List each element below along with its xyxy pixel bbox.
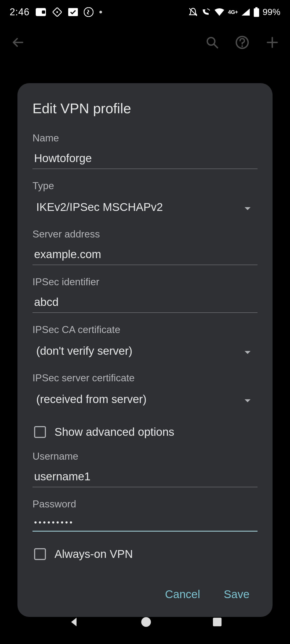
chevron-down-icon bbox=[244, 201, 251, 214]
username-field: Username bbox=[32, 451, 258, 487]
server-field: Server address bbox=[32, 229, 258, 265]
chevron-down-icon bbox=[244, 393, 251, 406]
always-on-row[interactable]: Always-on VPN bbox=[32, 543, 258, 565]
always-on-checkbox[interactable] bbox=[34, 548, 46, 560]
dialog-backdrop: Edit VPN profile Name Type IKEv2/IPSec M… bbox=[0, 0, 290, 644]
ipsec-server-cert-value: (received from server) bbox=[36, 393, 147, 406]
password-label: Password bbox=[32, 499, 258, 510]
ipsec-ca-label: IPSec CA certificate bbox=[32, 324, 258, 335]
nav-recents-button[interactable] bbox=[212, 617, 223, 628]
chevron-down-icon bbox=[244, 345, 251, 357]
ipsec-ca-select[interactable]: (don't verify server) bbox=[32, 342, 258, 361]
ipsec-ca-field: IPSec CA certificate (don't verify serve… bbox=[32, 324, 258, 361]
password-field: Password bbox=[32, 499, 258, 532]
edit-vpn-dialog: Edit VPN profile Name Type IKEv2/IPSec M… bbox=[17, 83, 273, 617]
svg-point-15 bbox=[141, 617, 151, 627]
nav-back-button[interactable] bbox=[67, 616, 80, 630]
ipsec-id-label: IPSec identifier bbox=[32, 276, 258, 288]
show-advanced-label: Show advanced options bbox=[55, 426, 174, 438]
ipsec-server-cert-field: IPSec server certificate (received from … bbox=[32, 372, 258, 409]
svg-rect-16 bbox=[213, 618, 222, 626]
ipsec-ca-value: (don't verify server) bbox=[36, 345, 132, 357]
dialog-title: Edit VPN profile bbox=[32, 100, 258, 116]
ipsec-server-cert-select[interactable]: (received from server) bbox=[32, 390, 258, 409]
password-input[interactable] bbox=[32, 516, 258, 532]
name-input[interactable] bbox=[32, 150, 258, 169]
ipsec-id-field: IPSec identifier bbox=[32, 276, 258, 313]
name-field: Name bbox=[32, 133, 258, 169]
show-advanced-row[interactable]: Show advanced options bbox=[32, 421, 258, 443]
always-on-label: Always-on VPN bbox=[55, 548, 133, 561]
type-label: Type bbox=[32, 180, 258, 192]
type-value: IKEv2/IPSec MSCHAPv2 bbox=[36, 201, 163, 214]
server-input[interactable] bbox=[32, 246, 258, 265]
show-advanced-checkbox[interactable] bbox=[34, 426, 46, 438]
ipsec-id-input[interactable] bbox=[32, 294, 258, 313]
dialog-actions: Cancel Save bbox=[32, 573, 258, 604]
ipsec-server-cert-label: IPSec server certificate bbox=[32, 372, 258, 384]
username-input[interactable] bbox=[32, 469, 258, 487]
type-field: Type IKEv2/IPSec MSCHAPv2 bbox=[32, 180, 258, 217]
type-select[interactable]: IKEv2/IPSec MSCHAPv2 bbox=[32, 198, 258, 217]
nav-home-button[interactable] bbox=[140, 616, 152, 629]
name-label: Name bbox=[32, 133, 258, 144]
server-label: Server address bbox=[32, 229, 258, 240]
username-label: Username bbox=[32, 451, 258, 462]
navigation-bar bbox=[0, 601, 290, 644]
